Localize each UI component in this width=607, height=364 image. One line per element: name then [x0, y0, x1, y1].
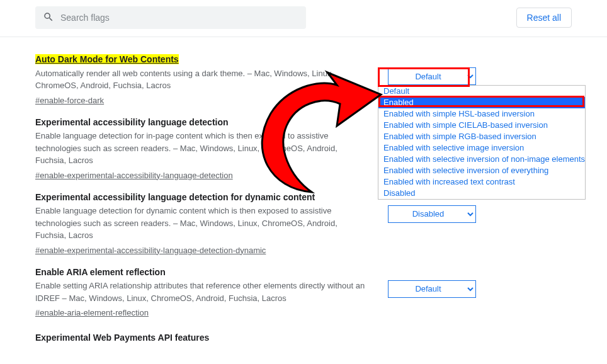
dropdown-option[interactable]: Enabled with selective inversion of non-…: [378, 154, 585, 165]
flag-hash-link[interactable]: #enable-force-dark: [35, 96, 104, 105]
flag-title: Experimental accessibility language dete…: [35, 191, 369, 204]
flag-hash-link[interactable]: #enable-aria-element-reflection: [35, 308, 149, 317]
flag-value-select[interactable]: Disabled: [388, 205, 476, 223]
flag-description: Enable language detection for in-page co…: [35, 130, 369, 167]
flag-value-select[interactable]: Default: [388, 67, 476, 85]
flag-title: Experimental accessibility language dete…: [35, 117, 369, 129]
flag-hash-link[interactable]: #enable-experimental-accessibility-langu…: [35, 246, 266, 255]
search-icon: [43, 11, 54, 25]
flag-hash-link[interactable]: #enable-experimental-accessibility-langu…: [35, 171, 233, 180]
dropdown-option[interactable]: Enabled with simple RGB-based inversion: [378, 131, 585, 142]
dropdown-option[interactable]: Enabled with simple HSL-based inversion: [378, 108, 585, 120]
dropdown-options-list[interactable]: DefaultEnabledEnabled with simple HSL-ba…: [378, 85, 586, 200]
flag-description: Enable language detection for dynamic co…: [35, 205, 369, 242]
flag-row: Enable ARIA element reflection Enable se…: [35, 255, 572, 318]
dropdown-option[interactable]: Enabled with selective inversion of ever…: [378, 165, 585, 176]
flag-title: Auto Dark Mode for Web Contents: [35, 54, 179, 64]
flag-description: Automatically render all web contents us…: [35, 67, 369, 92]
flag-description: Enable setting ARIA relationship attribu…: [35, 280, 369, 304]
dropdown-option[interactable]: Disabled: [378, 188, 585, 199]
dropdown-option[interactable]: Enabled with simple CIELAB-based inversi…: [378, 120, 585, 131]
reset-all-button[interactable]: Reset all: [516, 8, 572, 28]
flag-title: Experimental Web Payments API features: [35, 317, 572, 343]
search-input[interactable]: [60, 13, 298, 23]
flag-value-select[interactable]: Default: [388, 280, 476, 298]
dropdown-option[interactable]: Default: [378, 86, 585, 97]
top-bar: Reset all: [0, 0, 607, 37]
dropdown-option[interactable]: Enabled with selective image inversion: [378, 142, 585, 154]
dropdown-option[interactable]: Enabled: [378, 97, 585, 108]
search-container[interactable]: [35, 6, 306, 29]
dropdown-option[interactable]: Enabled with increased text contrast: [378, 176, 585, 188]
flag-title: Enable ARIA element reflection: [35, 266, 369, 279]
